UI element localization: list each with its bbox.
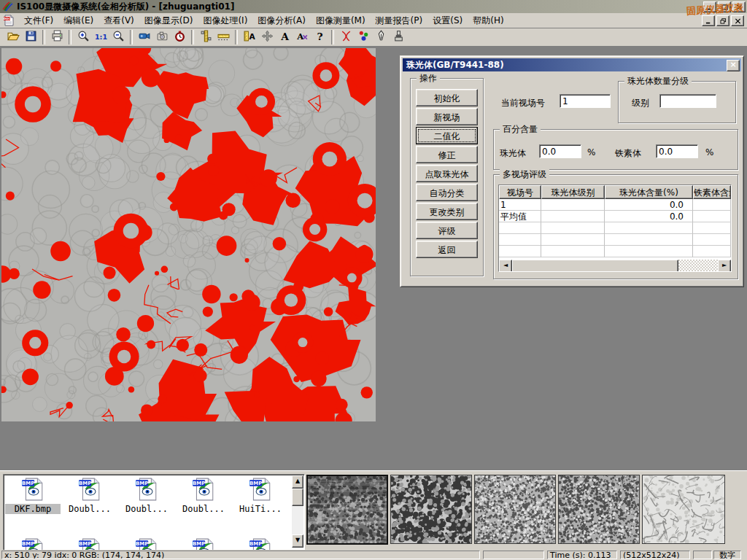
thumbnail-3[interactable] (474, 475, 556, 544)
toolbar-button-caliper[interactable] (197, 29, 214, 45)
op-button-评级[interactable]: 评级 (416, 222, 478, 239)
toolbar-button-ruler[interactable] (214, 29, 232, 45)
grading-level-input[interactable] (659, 94, 716, 108)
mdi-minimize-icon[interactable] (702, 15, 715, 26)
classify-dots-icon (357, 30, 370, 44)
file-item-HuiTi...[interactable]: BMPHuiTi... (233, 477, 288, 514)
table-column-header[interactable]: 视场号 (499, 185, 541, 199)
file-list-vscrollbar[interactable]: ▲ ▼ (292, 475, 303, 548)
svg-text:BMP: BMP (136, 541, 148, 547)
menu-item-2[interactable]: 编辑(E) (58, 13, 98, 28)
bmp-file-icon: BMP (248, 494, 273, 504)
op-button-返回[interactable]: 返回 (416, 241, 478, 258)
menu-item-5[interactable]: 图像处理(I) (198, 13, 252, 28)
toolbar-button-photo-camera[interactable] (153, 29, 171, 45)
scroll-down-icon[interactable]: ▼ (292, 534, 303, 548)
thumbnail-1[interactable] (306, 475, 388, 545)
table-row[interactable]: 10.0 (499, 199, 731, 211)
op-button-修正[interactable]: 修正 (416, 146, 478, 163)
toolbar-button-help[interactable]: ? (311, 29, 328, 45)
op-button-更改类别[interactable]: 更改类别 (416, 203, 478, 220)
menu-item-3[interactable]: 查看(V) (98, 13, 139, 28)
pearlite-percent-input[interactable] (539, 144, 581, 158)
toolbar-button-pan[interactable] (258, 29, 276, 45)
table-cell (541, 222, 605, 234)
file-item-Doubl...[interactable]: BMPDoubl... (176, 477, 231, 514)
toolbar-button-stamp[interactable] (390, 29, 407, 45)
table-cell (605, 222, 693, 234)
micrograph-canvas[interactable] (1, 48, 376, 421)
thumbnail-2[interactable] (390, 475, 472, 544)
op-button-自动分类[interactable]: 自动分类 (416, 184, 478, 201)
scroll-left-icon[interactable]: ◄ (499, 260, 512, 272)
file-item[interactable]: BMP (233, 537, 288, 551)
toolbar-button-save[interactable] (22, 29, 39, 45)
menu-item-7[interactable]: 图像测量(M) (311, 13, 371, 28)
table-column-header[interactable]: 珠光体级别 (541, 185, 605, 199)
toolbar-button-video-camera[interactable] (136, 29, 153, 45)
file-item[interactable]: BMP (5, 537, 61, 551)
table-row[interactable] (499, 222, 731, 234)
toolbar-separator (42, 30, 45, 44)
file-item[interactable]: BMP (62, 537, 117, 551)
table-cell (693, 211, 731, 222)
file-name: Doubl... (62, 504, 117, 514)
toolbar-button-zoom-in[interactable] (74, 29, 92, 45)
scroll-track[interactable] (678, 260, 718, 271)
scroll-right-icon[interactable]: ► (718, 260, 731, 272)
table-hscrollbar[interactable]: ◄ ► (499, 260, 731, 271)
thumbnail-4[interactable] (558, 475, 640, 544)
toolbar-button-spline[interactable] (337, 29, 355, 45)
multi-field-group-label: 多视场评级 (500, 169, 549, 179)
menu-item-1[interactable]: 文件(F) (19, 13, 58, 28)
dialog-title-bar[interactable]: 珠光体(GB/T9441-88) × (403, 58, 741, 71)
mdi-close-icon[interactable] (731, 15, 744, 26)
pearlite-percent-unit: % (587, 147, 595, 158)
op-button-点取珠光体[interactable]: 点取珠光体 (416, 165, 478, 182)
thumbnail-5[interactable] (642, 475, 725, 544)
current-field-input[interactable] (560, 94, 611, 108)
table-row[interactable] (499, 234, 731, 246)
menu-items: 文件(F)编辑(E)查看(V)图像显示(D)图像处理(I)图像分析(A)图像测量… (19, 13, 509, 28)
rating-table[interactable]: 视场号珠光体级别珠光体含量(%)铁素体含量(%) 10.0平均值0.0 ◄ ► (498, 184, 732, 272)
help-icon: ? (314, 30, 326, 44)
scroll-thumb[interactable] (292, 489, 303, 506)
menu-item-8[interactable]: 测量报告(P) (371, 13, 428, 28)
video-camera-icon (139, 30, 151, 44)
table-row[interactable]: 平均值0.0 (499, 211, 731, 222)
menu-item-10[interactable]: 帮助(H) (468, 13, 508, 28)
table-cell (693, 246, 731, 257)
toolbar-button-measure-text[interactable]: A (241, 29, 258, 45)
file-item[interactable]: BMP (176, 537, 231, 551)
file-item-DKF.bmp[interactable]: BMPDKF.bmp (5, 477, 61, 514)
toolbar-button-text-edit[interactable]: A (293, 29, 311, 45)
scroll-up-icon[interactable]: ▲ (292, 475, 303, 489)
op-button-新视场[interactable]: 新视场 (416, 108, 478, 125)
document-icon: DOC (3, 15, 15, 26)
table-column-header[interactable]: 珠光体含量(%) (605, 185, 693, 199)
table-row[interactable] (499, 246, 731, 257)
op-button-初始化[interactable]: 初始化 (416, 89, 478, 106)
pen-icon (375, 30, 387, 44)
multi-field-group: 多视场评级 视场号珠光体级别珠光体含量(%)铁素体含量(%) 10.0平均值0.… (493, 174, 738, 279)
menu-item-6[interactable]: 图像分析(A) (252, 13, 311, 28)
file-item-Doubl...[interactable]: BMPDoubl... (119, 477, 174, 514)
menu-item-4[interactable]: 图像显示(D) (139, 13, 198, 28)
ferrite-percent-input[interactable] (656, 144, 698, 158)
toolbar-button-open[interactable] (4, 29, 22, 45)
file-item-Doubl...[interactable]: BMPDoubl... (62, 477, 117, 514)
toolbar-button-text[interactable]: A (276, 29, 293, 45)
mdi-restore-icon[interactable] (716, 15, 729, 26)
toolbar-button-zoom-out[interactable] (109, 29, 127, 45)
table-column-header[interactable]: 铁素体含量(%) (693, 185, 731, 199)
toolbar-button-print[interactable] (48, 29, 66, 45)
scroll-thumb[interactable] (512, 260, 678, 272)
menu-item-9[interactable]: 设置(S) (427, 13, 468, 28)
toolbar-button-timer[interactable] (171, 29, 188, 45)
dialog-close-icon[interactable]: × (727, 60, 740, 71)
toolbar-button-pen[interactable] (372, 29, 390, 45)
toolbar-button-actual-size[interactable]: 1:1 (92, 29, 109, 45)
file-item[interactable]: BMP (119, 537, 174, 551)
toolbar-button-classify-dots[interactable] (355, 29, 372, 45)
op-button-二值化[interactable]: 二值化 (416, 127, 478, 144)
